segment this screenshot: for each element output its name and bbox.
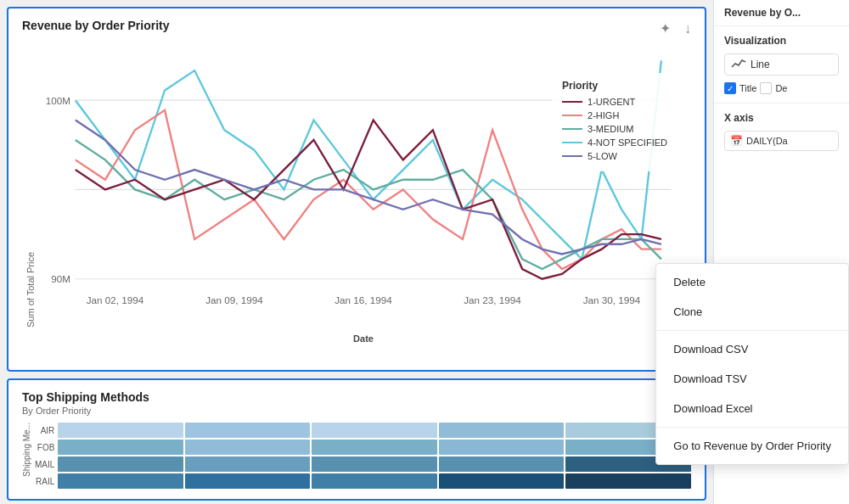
download-button[interactable]: ↓ [681,19,694,38]
legend-label-low: 5-LOW [588,151,617,161]
download-icon: ↓ [684,21,691,36]
heatmap-cell [58,440,183,455]
pin-icon: ✦ [660,21,671,36]
x-axis-field[interactable]: 📅 DAILY(Da [724,131,839,151]
legend-title: Priority [562,80,667,92]
svg-text:Jan 09, 1994: Jan 09, 1994 [205,294,263,305]
y-label-fob: FOB [35,440,54,455]
right-panel-header: Revenue by O... [714,0,849,26]
heatmap-cell [312,440,437,455]
bottom-chart-card: Top Shipping Methods By Order Priority S… [7,378,706,501]
legend-line-high [562,115,582,116]
heatmap-cell [439,440,565,455]
heatmap-cell [58,456,183,472]
desc-checkbox-label: De [775,83,787,93]
x-field-label: DAILY(Da [746,136,788,146]
legend-line-medium [562,128,582,130]
heatmap-cell [312,456,437,472]
viz-type-selector[interactable]: Line [724,53,839,76]
pin-button[interactable]: ✦ [656,19,674,38]
viz-type-label: Line [751,59,770,70]
heatmap-cell [439,473,565,489]
heatmap-cell [439,423,565,438]
y-label-mail: MAIL [35,456,54,472]
title-checkbox-label: Title [739,83,756,93]
svg-text:Jan 30, 1994: Jan 30, 1994 [583,294,641,305]
legend-label-not-specified: 4-NOT SPECIFIED [588,137,667,148]
heatmap-row-mail [58,456,691,472]
heatmap-cell [439,456,565,472]
line-chart-icon [732,58,745,71]
context-menu-delete[interactable]: Delete [656,267,848,297]
context-menu-download-tsv[interactable]: Download TSV [656,364,848,394]
context-menu-divider-1 [656,330,848,331]
svg-text:Jan 16, 1994: Jan 16, 1994 [335,294,392,305]
context-menu-download-csv[interactable]: Download CSV [656,334,848,364]
visualization-label: Visualization [724,35,839,47]
chart-area: 100M 90M Jan 02, 1994 Jan 09, 1994 Jan 1… [36,39,691,328]
legend-item-high: 2-HIGH [562,110,667,120]
y-label-air: AIR [35,423,54,438]
svg-text:100M: 100M [46,95,70,106]
y-axis-label: Sum of Total Price [22,39,36,328]
heatmap-cell [185,440,311,455]
heatmap-axis-label: Shipping Me... [22,423,31,477]
heatmap-cell [185,473,311,489]
title-checkbox-row: ✓ Title De [724,82,839,94]
legend-item-low: 5-LOW [562,151,667,161]
legend-line-not-specified [562,142,582,143]
legend-item-urgent: 1-URGENT [562,97,667,107]
legend-line-low [562,155,582,157]
visualization-section: Visualization Line ✓ Title De [714,26,849,104]
heatmap-cell [312,473,437,489]
x-axis-section-label: X axis [724,112,839,124]
chart-svg: 100M 90M Jan 02, 1994 Jan 09, 1994 Jan 1… [36,39,691,330]
context-menu-divider-2 [656,427,848,428]
heatmap-container: Shipping Me... AIR FOB MAIL RAIL [22,423,691,489]
context-menu-clone[interactable]: Clone [656,297,848,327]
checkmark-icon: ✓ [727,84,734,93]
heatmap-cell [58,473,183,489]
chart-title: Revenue by Order Priority [22,19,691,32]
legend-item-not-specified: 4-NOT SPECIFIED [562,137,667,148]
chart-container: Sum of Total Price 100M 90M Jan 02, 1994 [22,39,691,328]
heatmap-cell [58,423,183,438]
svg-text:Jan 23, 1994: Jan 23, 1994 [464,294,521,305]
legend-line-urgent [562,101,582,103]
bottom-chart-title: Top Shipping Methods [22,390,691,404]
context-menu: Delete Clone Download CSV Download TSV D… [655,263,849,465]
heatmap-cell [185,456,311,472]
x-axis-section: X axis 📅 DAILY(Da [714,104,849,160]
heatmap-row-rail [58,473,691,489]
left-panel: Revenue by Order Priority ✦ ↓ Sum of Tot… [0,0,713,504]
heatmap-row-air [58,423,691,438]
legend-label-high: 2-HIGH [588,110,619,120]
heatmap-y-labels: AIR FOB MAIL RAIL [35,423,54,489]
context-menu-goto[interactable]: Go to Revenue by Order Priority [656,431,848,461]
revenue-chart-card: Revenue by Order Priority ✦ ↓ Sum of Tot… [7,7,706,372]
x-axis-container: Date [36,330,691,344]
heatmap-grid [58,423,691,489]
desc-checkbox[interactable] [760,82,772,94]
bottom-chart-subtitle: By Order Priority [22,406,691,416]
svg-text:90M: 90M [51,273,70,284]
legend-label-medium: 3-MEDIUM [588,124,633,134]
legend-item-medium: 3-MEDIUM [562,124,667,134]
svg-text:Jan 02, 1994: Jan 02, 1994 [87,294,144,305]
heatmap-cell [312,423,437,438]
heatmap-cell [185,423,311,438]
chart-legend: Priority 1-URGENT 2-HIGH 3-MEDIUM [552,73,678,171]
right-panel: Revenue by O... Visualization Line ✓ Tit… [713,0,849,504]
title-checkbox[interactable]: ✓ [724,82,736,94]
heatmap-cell [565,473,691,489]
calendar-icon: 📅 [730,135,743,147]
y-label-rail: RAIL [35,473,54,489]
heatmap-row-fob [58,440,691,455]
context-menu-download-excel[interactable]: Download Excel [656,394,848,423]
legend-label-urgent: 1-URGENT [588,97,635,107]
chart-actions: ✦ ↓ [656,19,694,38]
x-axis-label: Date [353,333,374,344]
